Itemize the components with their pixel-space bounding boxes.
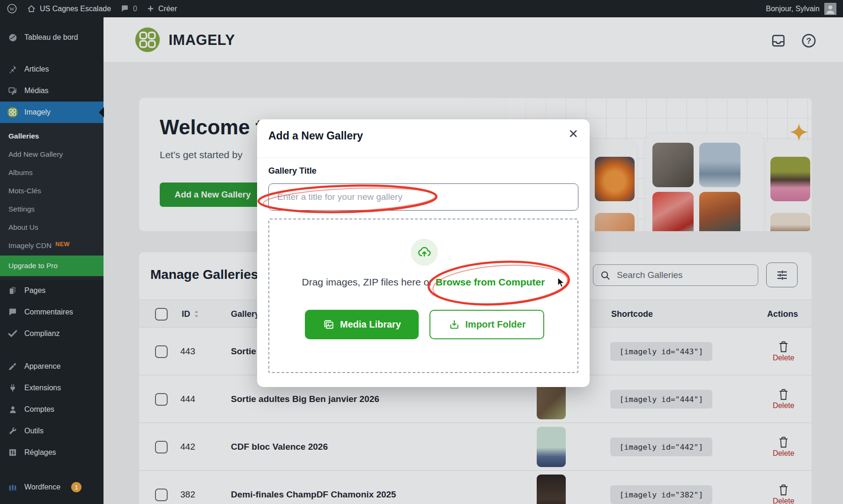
modal-divider: [257, 158, 590, 158]
photo-stack-icon: [323, 319, 335, 331]
add-gallery-modal: Add a New Gallery ✕ Gallery Title Drag i…: [257, 119, 590, 387]
upload-cloud-icon: [411, 239, 438, 266]
upload-dropzone[interactable]: Drag images, ZIP files here orBrowse fro…: [268, 219, 578, 373]
screen: W US Cagnes Escalade 0 Créer: [0, 0, 843, 504]
browse-from-computer-link[interactable]: Browse from Computer: [436, 277, 545, 287]
gallery-title-label: Gallery Title: [268, 166, 317, 176]
close-icon[interactable]: ✕: [568, 128, 578, 140]
modal-title: Add a New Gallery: [268, 130, 363, 142]
download-tray-icon: [448, 319, 460, 331]
media-library-button[interactable]: Media Library: [305, 310, 419, 339]
import-folder-button[interactable]: Import Folder: [429, 310, 544, 339]
dropzone-text: Drag images, ZIP files here or: [302, 277, 433, 287]
gallery-title-input[interactable]: [268, 183, 578, 211]
